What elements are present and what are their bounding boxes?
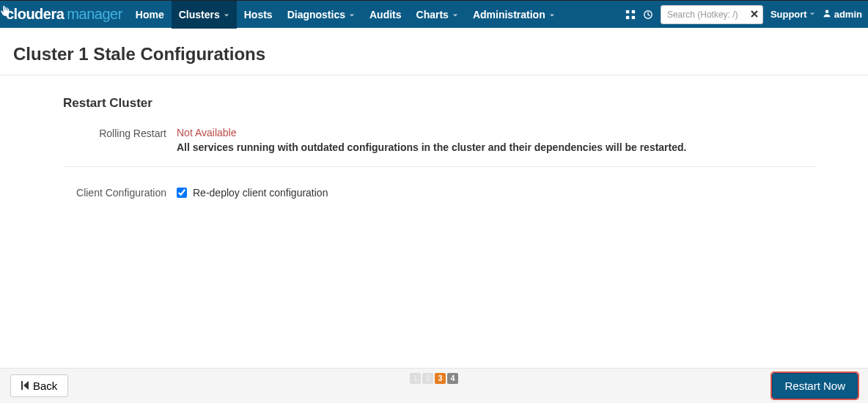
wizard-step-1[interactable]: 1 — [410, 373, 421, 384]
nav-clusters-label: Clusters — [179, 9, 220, 21]
divider — [63, 166, 817, 167]
nav-charts-label: Charts — [416, 9, 449, 21]
chevron-down-icon — [809, 10, 815, 18]
user-icon — [823, 9, 831, 20]
wizard-step-2[interactable]: 2 — [422, 373, 433, 384]
nav-audits[interactable]: Audits — [362, 1, 409, 29]
nav-diagnostics[interactable]: Diagnostics — [280, 1, 362, 29]
nav-home-label: Home — [136, 9, 164, 21]
nav-user-label: admin — [834, 9, 862, 20]
svg-rect-3 — [632, 15, 635, 18]
rolling-restart-control: Not Available All services running with … — [177, 127, 817, 153]
svg-rect-6 — [21, 381, 23, 390]
chevron-down-icon — [224, 9, 229, 21]
wizard-footer: Back 1 2 3 4 Restart Now — [0, 368, 868, 403]
top-navbar: cloudera manager Home Clusters Hosts Dia… — [0, 0, 868, 28]
search-input[interactable] — [661, 5, 763, 24]
rolling-not-available: Not Available — [177, 127, 817, 138]
nav-home[interactable]: Home — [128, 1, 172, 29]
rolling-restart-row: Rolling Restart Not Available All servic… — [63, 124, 817, 166]
nav-clusters[interactable]: Clusters — [172, 1, 237, 29]
chevron-down-icon — [452, 9, 458, 21]
client-config-row: Client Configuration Re-deploy client co… — [63, 183, 817, 212]
nav-administration-label: Administration — [473, 9, 545, 21]
nav-audits-label: Audits — [369, 9, 402, 21]
nav-support-label: Support — [770, 9, 807, 20]
parcels-icon[interactable] — [625, 10, 636, 20]
close-icon[interactable] — [750, 9, 759, 21]
restart-now-label: Restart Now — [784, 380, 845, 392]
main-content: Restart Cluster Rolling Restart Not Avai… — [0, 75, 868, 212]
section-title: Restart Cluster — [63, 96, 817, 111]
wizard-step-4[interactable]: 4 — [447, 373, 458, 384]
nav-hosts[interactable]: Hosts — [237, 1, 280, 29]
redeploy-label: Re-deploy client configuration — [193, 187, 328, 199]
nav-user[interactable]: admin — [823, 9, 862, 20]
nav-right: Support admin — [625, 5, 862, 24]
running-commands-icon[interactable] — [643, 10, 653, 20]
brand-text-2: manager — [67, 6, 122, 23]
step-backward-icon — [21, 380, 29, 392]
rolling-description: All services running with outdated confi… — [177, 141, 807, 153]
svg-rect-2 — [626, 15, 629, 18]
chevron-down-icon — [349, 9, 355, 21]
brand-logo[interactable]: cloudera manager — [6, 6, 122, 23]
cursor-icon — [0, 4, 11, 20]
nav-hosts-label: Hosts — [244, 9, 273, 21]
back-button[interactable]: Back — [10, 374, 68, 397]
svg-rect-1 — [632, 10, 635, 12]
restart-now-button[interactable]: Restart Now — [772, 373, 858, 399]
chevron-down-icon — [549, 9, 555, 21]
nav-items: Home Clusters Hosts Diagnostics Audits C… — [128, 1, 562, 28]
nav-support[interactable]: Support — [770, 9, 815, 20]
svg-rect-0 — [626, 10, 629, 12]
nav-administration[interactable]: Administration — [466, 1, 562, 29]
wizard-steps: 1 2 3 4 — [410, 373, 458, 384]
brand-text-1: cloudera — [6, 6, 64, 23]
back-button-label: Back — [33, 380, 57, 392]
wizard-step-3[interactable]: 3 — [435, 373, 446, 384]
svg-point-5 — [825, 10, 828, 14]
search-box — [661, 5, 763, 24]
redeploy-checkbox[interactable] — [177, 188, 187, 198]
rolling-restart-label: Rolling Restart — [63, 127, 177, 139]
page-title: Cluster 1 Stale Configurations — [0, 28, 868, 75]
client-config-label: Client Configuration — [63, 186, 177, 199]
nav-diagnostics-label: Diagnostics — [287, 9, 345, 21]
client-config-control: Re-deploy client configuration — [177, 187, 817, 199]
nav-charts[interactable]: Charts — [409, 1, 466, 29]
